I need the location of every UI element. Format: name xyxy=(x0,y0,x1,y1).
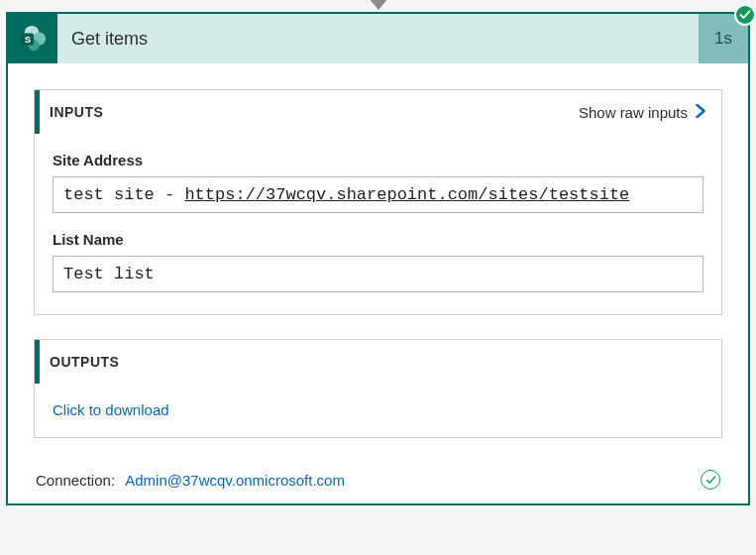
site-address-prefix: test site - xyxy=(63,185,184,204)
outputs-header: OUTPUTS xyxy=(35,340,721,384)
card-footer: Connection: Admin@37wcqv.onmicrosoft.com xyxy=(34,462,722,490)
outputs-panel: OUTPUTS Click to download xyxy=(34,339,722,438)
show-raw-inputs-label: Show raw inputs xyxy=(579,104,688,121)
status-success-icon xyxy=(734,4,756,26)
site-address-field: Site Address test site - https://37wcqv.… xyxy=(53,152,703,213)
inputs-body: Site Address test site - https://37wcqv.… xyxy=(35,134,721,314)
connection-value[interactable]: Admin@37wcqv.onmicrosoft.com xyxy=(125,472,345,489)
svg-text:S: S xyxy=(25,35,31,45)
connection-status-icon xyxy=(701,470,720,490)
list-name-value: Test list xyxy=(53,256,703,292)
show-raw-inputs-button[interactable]: Show raw inputs xyxy=(579,104,707,121)
download-link[interactable]: Click to download xyxy=(53,401,169,418)
connection-label: Connection: xyxy=(36,472,115,489)
inputs-panel: INPUTS Show raw inputs Site Address test… xyxy=(34,89,722,315)
inputs-title: INPUTS xyxy=(50,104,103,120)
inputs-header: INPUTS Show raw inputs xyxy=(35,90,721,134)
site-address-link[interactable]: https://37wcqv.sharepoint.com/sites/test… xyxy=(184,185,629,204)
card-content: INPUTS Show raw inputs Site Address test… xyxy=(8,63,748,503)
outputs-body: Click to download xyxy=(35,384,721,437)
action-title: Get items xyxy=(57,14,699,63)
action-card: S Get items 1s INPUTS Show raw inputs Si… xyxy=(6,12,750,505)
connector-arrow-icon xyxy=(369,0,388,10)
outputs-title: OUTPUTS xyxy=(50,354,119,370)
list-name-field: List Name Test list xyxy=(53,231,703,292)
connection-info: Connection: Admin@37wcqv.onmicrosoft.com xyxy=(36,472,345,489)
sharepoint-icon: S xyxy=(8,14,57,63)
site-address-value: test site - https://37wcqv.sharepoint.co… xyxy=(53,176,703,213)
chevron-right-icon xyxy=(694,104,707,121)
list-name-label: List Name xyxy=(53,231,703,248)
card-header: S Get items 1s xyxy=(8,14,748,63)
site-address-label: Site Address xyxy=(53,152,703,168)
